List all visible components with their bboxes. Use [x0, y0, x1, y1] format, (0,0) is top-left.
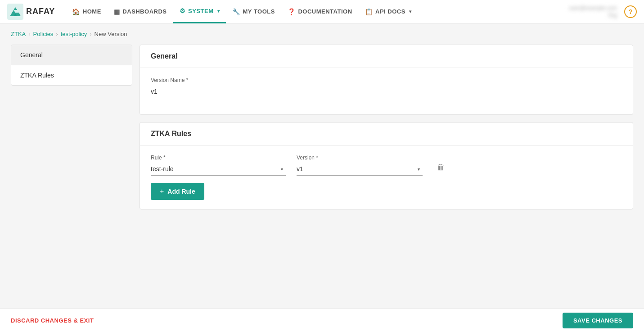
- discard-button[interactable]: DISCARD CHANGES & EXIT: [11, 317, 94, 324]
- nav-my-tools[interactable]: 🔧 MY TOOLS: [226, 0, 281, 23]
- right-panel: General Version Name * ZTKA Rules Rule *…: [140, 45, 633, 217]
- breadcrumb-sep-2: ›: [56, 31, 58, 37]
- logo[interactable]: RAFAY: [7, 4, 55, 20]
- general-section-body: Version Name *: [140, 68, 633, 114]
- ztka-rules-section-card: ZTKA Rules Rule * test-rule Version *: [140, 122, 633, 209]
- nav-documentation[interactable]: ❓ DOCUMENTATION: [281, 0, 359, 23]
- ztka-rules-section-body: Rule * test-rule Version * v1: [140, 146, 633, 209]
- nav-api-docs-label: API DOCS: [375, 8, 405, 15]
- delete-rule-button[interactable]: 🗑: [433, 161, 449, 174]
- breadcrumb-test-policy[interactable]: test-policy: [61, 31, 87, 37]
- add-rule-label: Add Rule: [167, 188, 195, 195]
- breadcrumb: ZTKA › Policies › test-policy › New Vers…: [0, 23, 644, 41]
- help-button[interactable]: ?: [624, 5, 637, 18]
- doc-icon: ❓: [288, 8, 296, 15]
- add-rule-plus-icon: +: [160, 187, 164, 196]
- api-icon: 📋: [365, 8, 373, 15]
- nav-dashboards[interactable]: ▦ DASHBOARDS: [108, 0, 173, 23]
- nav-system-label: SYSTEM: [188, 8, 213, 14]
- logo-text: RAFAY: [26, 7, 55, 16]
- breadcrumb-policies[interactable]: Policies: [33, 31, 54, 37]
- breadcrumb-sep-1: ›: [28, 31, 30, 37]
- svg-rect-0: [7, 4, 23, 20]
- rule-select[interactable]: test-rule: [151, 163, 286, 176]
- nav-api-docs[interactable]: 📋 API DOCS ▾: [359, 0, 418, 23]
- main-content: General ZTKA Rules General Version Name …: [0, 41, 644, 332]
- add-rule-button[interactable]: + Add Rule: [151, 183, 204, 200]
- version-select[interactable]: v1: [297, 163, 423, 176]
- nav-home-label: HOME: [83, 8, 101, 15]
- user-org: Org: [608, 12, 617, 18]
- nav-home[interactable]: 🏠 HOME: [66, 0, 108, 23]
- rafay-logo-icon: [7, 4, 23, 20]
- sidebar-item-ztka-rules[interactable]: ZTKA Rules: [11, 65, 132, 85]
- general-section-header: General: [140, 45, 633, 68]
- system-chevron-icon: ▾: [217, 9, 220, 14]
- system-icon: ⚙: [180, 7, 186, 14]
- left-sidebar: General ZTKA Rules: [11, 45, 132, 86]
- user-info: user@example.com Org: [569, 5, 617, 18]
- nav-right: user@example.com Org ?: [569, 5, 637, 18]
- rules-row: Rule * test-rule Version * v1: [151, 155, 622, 176]
- ztka-rules-section-header: ZTKA Rules: [140, 123, 633, 146]
- rule-field: Rule * test-rule: [151, 155, 286, 176]
- version-name-input[interactable]: [151, 85, 331, 98]
- footer-bar: DISCARD CHANGES & EXIT SAVE CHANGES: [0, 309, 644, 332]
- breadcrumb-sep-3: ›: [90, 31, 91, 37]
- home-icon: 🏠: [72, 8, 80, 15]
- nav-system[interactable]: ⚙ SYSTEM ▾: [173, 0, 226, 23]
- api-chevron-icon: ▾: [409, 9, 412, 14]
- breadcrumb-ztka[interactable]: ZTKA: [11, 31, 26, 37]
- version-name-field-group: Version Name *: [151, 77, 622, 98]
- dashboards-icon: ▦: [114, 8, 120, 15]
- user-name: user@example.com: [569, 5, 617, 11]
- version-select-wrapper: v1: [297, 163, 423, 176]
- version-field: Version * v1: [297, 155, 423, 176]
- rule-label: Rule *: [151, 155, 286, 161]
- trash-icon: 🗑: [437, 163, 445, 172]
- tools-icon: 🔧: [232, 8, 240, 15]
- navbar: RAFAY 🏠 HOME ▦ DASHBOARDS ⚙ SYSTEM ▾ 🔧 M…: [0, 0, 644, 23]
- rule-select-wrapper: test-rule: [151, 163, 286, 176]
- version-label: Version *: [297, 155, 423, 161]
- breadcrumb-new-version: New Version: [95, 31, 127, 37]
- sidebar-item-general[interactable]: General: [11, 45, 132, 65]
- general-section-card: General Version Name *: [140, 45, 633, 115]
- nav-dashboards-label: DASHBOARDS: [122, 8, 167, 15]
- nav-documentation-label: DOCUMENTATION: [298, 8, 352, 15]
- nav-my-tools-label: MY TOOLS: [243, 8, 275, 15]
- version-name-label: Version Name *: [151, 77, 622, 83]
- save-button[interactable]: SAVE CHANGES: [563, 313, 633, 328]
